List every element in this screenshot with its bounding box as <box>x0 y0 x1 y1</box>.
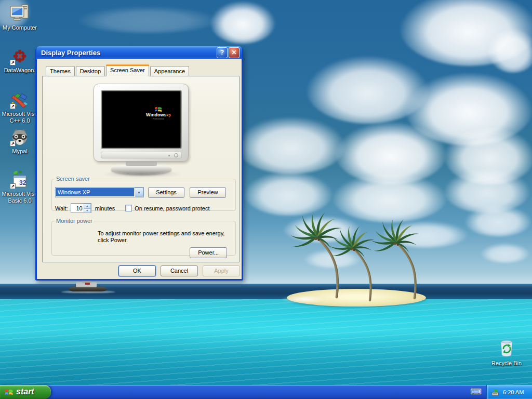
wait-row: Wait: ▲ ▼ minutes On resume, password pr… <box>55 203 209 213</box>
spin-up-icon[interactable]: ▲ <box>84 204 91 208</box>
settings-button[interactable]: Settings <box>148 187 184 198</box>
screen-saver-dropdown[interactable]: Windows XP ▼ <box>55 187 144 197</box>
my-computer-icon <box>9 3 30 23</box>
desktop-icon-label: Mypal <box>0 148 39 155</box>
desktop-icon-label2: C++ 6.0 <box>9 117 30 124</box>
visual-basic-icon: 32 ↗ <box>9 170 30 189</box>
password-protect-checkbox[interactable] <box>125 205 132 211</box>
recycle-bin-icon <box>496 338 517 358</box>
apply-button[interactable]: Apply <box>203 265 240 276</box>
boat <box>66 280 110 294</box>
start-label: start <box>16 387 34 397</box>
start-button[interactable]: start <box>0 385 51 399</box>
preview-button[interactable]: Preview <box>190 187 226 198</box>
cancel-button[interactable]: Cancel <box>161 265 198 276</box>
shortcut-arrow-icon: ↗ <box>10 183 16 189</box>
cloud <box>465 205 531 236</box>
palm-trees <box>281 202 436 305</box>
tab-desktop[interactable]: Desktop <box>76 66 105 76</box>
cloud <box>210 1 275 44</box>
monitor-power-group-legend: Monitor power <box>55 218 94 224</box>
cloud <box>78 6 218 33</box>
display-properties-dialog: Display Properties ? ✕ Themes Desktop Sc… <box>35 47 243 281</box>
monitor-power-text: To adjust monitor power settings and sav… <box>98 230 228 244</box>
desktop-icon-label: DataWagon. <box>0 67 39 74</box>
ok-button[interactable]: OK <box>118 265 156 276</box>
wait-minutes-input[interactable] <box>71 204 84 212</box>
wait-spinner: ▲ ▼ <box>71 203 91 213</box>
water-turquoise <box>0 299 532 385</box>
desktop-icon-my-computer[interactable]: My Computer <box>0 3 39 31</box>
desktop-icon-label: My Computer <box>0 24 39 31</box>
tab-strip: Themes Desktop Screen Saver Appearance <box>46 64 190 76</box>
tab-screen-saver[interactable]: Screen Saver <box>106 64 149 76</box>
chevron-down-icon[interactable]: ▼ <box>135 188 143 197</box>
cloud <box>481 243 530 263</box>
wait-label: Wait: <box>55 205 68 211</box>
windows-flag-icon <box>4 388 14 397</box>
desktop-icon-visual-basic[interactable]: 32 ↗ Microsoft Visu Basic 6.0 <box>0 170 39 204</box>
password-protect-label: On resume, password protect <box>135 205 209 211</box>
help-button[interactable]: ? <box>217 47 228 58</box>
keyboard-layout-icon[interactable]: ⌨ <box>470 388 482 396</box>
dialog-titlebar[interactable]: Display Properties ? ✕ <box>36 46 242 59</box>
shortcut-arrow-icon: ↗ <box>10 60 16 65</box>
monitor-power-button-icon <box>174 153 178 157</box>
taskbar[interactable]: start ⌨ 6:20 AM <box>0 385 532 399</box>
desktop-icon-label2: Basic 6.0 <box>8 197 31 204</box>
clock[interactable]: 6:20 AM <box>503 389 524 395</box>
svg-text:32: 32 <box>19 179 26 187</box>
visual-cpp-icon: ↗ <box>9 91 30 109</box>
desktop-icon-label: Microsoft Visu <box>2 191 38 197</box>
cloud <box>488 29 532 73</box>
screen-saver-tab-page: Windowsxp Professional Screen saver Wind… <box>42 76 240 262</box>
desktop-icon-label: Recycle Bin <box>487 360 526 367</box>
screen-saver-group-legend: Screen saver <box>55 176 91 182</box>
minutes-label: minutes <box>95 205 115 211</box>
cloud <box>236 117 345 174</box>
desktop-icon-visual-cpp[interactable]: ↗ Microsoft Visu C++ 6.0 <box>0 91 39 124</box>
system-tray[interactable]: 6:20 AM <box>486 385 532 399</box>
safely-remove-hardware-icon[interactable] <box>491 388 500 396</box>
monitor-neck <box>126 161 157 166</box>
power-button[interactable]: Power... <box>190 247 227 258</box>
tab-themes[interactable]: Themes <box>46 66 75 76</box>
monitor-power-group: Monitor power To adjust monitor power se… <box>51 218 236 256</box>
monitor-bezel-controls <box>101 152 182 158</box>
desktop-icon-label: Microsoft Visu <box>2 111 38 117</box>
datawagon-icon: ↗ <box>9 48 30 65</box>
screen-saver-group: Screen saver Windows XP ▼ Settings Previ… <box>51 176 236 211</box>
close-button[interactable]: ✕ <box>229 47 240 58</box>
desktop-icon-recycle-bin[interactable]: Recycle Bin <box>487 338 526 367</box>
desktop-icon-datawagon[interactable]: ↗ DataWagon. <box>0 48 39 74</box>
selected-screen-saver: Windows XP <box>56 188 134 196</box>
monitor-preview: Windowsxp Professional <box>94 84 189 162</box>
dialog-title: Display Properties <box>41 49 216 57</box>
spin-down-icon[interactable]: ▼ <box>84 208 91 213</box>
shortcut-arrow-icon: ↗ <box>10 103 16 109</box>
desktop-icon-mypal[interactable]: ↗ Mypal <box>0 128 39 155</box>
windows-xp-logo: Windowsxp Professional <box>146 106 171 120</box>
shortcut-arrow-icon: ↗ <box>10 141 16 147</box>
mypal-icon: ↗ <box>9 128 30 147</box>
tab-appearance[interactable]: Appearance <box>150 66 189 76</box>
monitor-screen: Windowsxp Professional <box>101 90 182 149</box>
